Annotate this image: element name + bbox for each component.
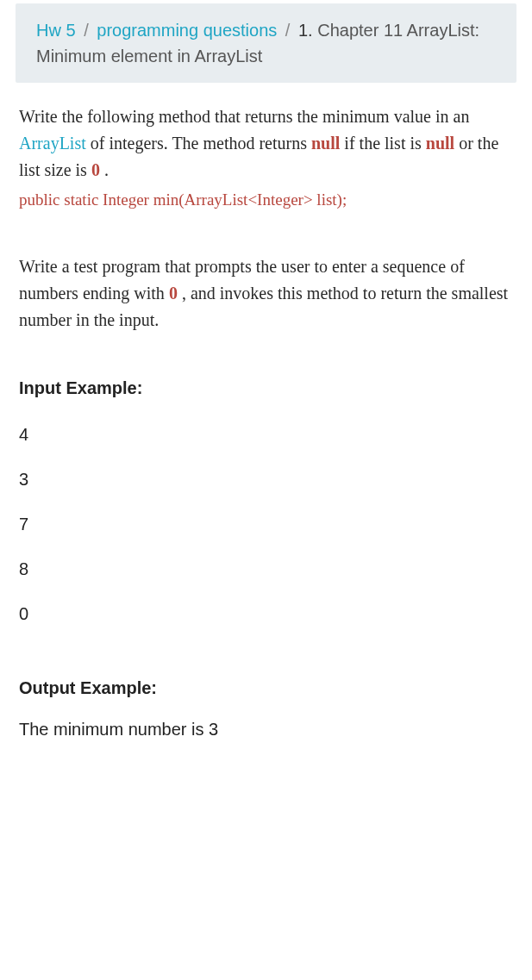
breadcrumb-separator: /	[84, 21, 89, 40]
keyword-zero: 0	[169, 284, 178, 303]
keyword-zero: 0	[91, 160, 100, 179]
input-line: 0	[19, 601, 513, 627]
breadcrumb-item-number: 1.	[298, 21, 313, 40]
paragraph-test-program: Write a test program that prompts the us…	[19, 253, 513, 334]
output-example-header: Output Example:	[19, 675, 513, 701]
input-line: 8	[19, 556, 513, 582]
input-example-header: Input Example:	[19, 375, 513, 401]
paragraph-method-description: Write the following method that returns …	[19, 103, 513, 212]
text-segment: Write the following method that returns …	[19, 107, 469, 126]
input-line: 7	[19, 511, 513, 537]
breadcrumb-section-link[interactable]: programming questions	[97, 21, 277, 40]
text-segment: of integers. The method returns	[86, 134, 311, 153]
problem-content: Write the following method that returns …	[0, 103, 532, 334]
breadcrumb: Hw 5 / programming questions / 1. Chapte…	[16, 3, 516, 83]
breadcrumb-hw-link[interactable]: Hw 5	[36, 21, 76, 40]
examples-section: Input Example: 4 3 7 8 0 Output Example:…	[0, 375, 532, 742]
keyword-null: null	[426, 134, 454, 153]
keyword-arraylist: ArrayList	[19, 134, 86, 153]
breadcrumb-separator: /	[285, 21, 291, 40]
input-line: 3	[19, 466, 513, 492]
keyword-null: null	[311, 134, 340, 153]
text-segment: .	[100, 160, 109, 179]
method-signature: public static Integer min(ArrayList<Inte…	[19, 187, 513, 212]
input-line: 4	[19, 421, 513, 447]
output-line: The minimum number is 3	[19, 716, 513, 742]
text-segment: if the list is	[340, 134, 425, 153]
